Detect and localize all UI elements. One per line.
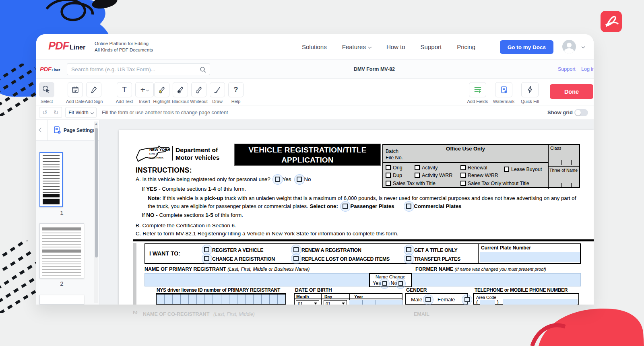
license-id-grid[interactable] [156,293,286,305]
thumbnail-preview [43,155,60,204]
highlight-brush-icon [158,86,166,94]
scroll-up-arrow[interactable]: ▲ [94,122,98,126]
office-checkbox-renew-wrr[interactable]: Renew W/RR [460,173,498,178]
change-registration-checkbox[interactable] [204,256,209,261]
current-plate-field[interactable] [480,252,580,262]
done-button[interactable]: Done [550,84,593,99]
search-input[interactable] [67,64,192,75]
instructions-heading: INSTRUCTIONS: [136,166,192,175]
help-tool[interactable]: ? Help [228,82,244,103]
logo-divider [172,146,173,161]
nav-solutions[interactable]: Solutions [302,43,327,50]
year-header: Year [354,294,363,299]
editor-toolbar: Select Add Date Add Sign T Add Text + In… [36,79,594,105]
add-date-tool[interactable]: Add Date [68,82,83,103]
class-label: Class [550,146,561,150]
office-checkbox-lease-buyout[interactable]: Lease Buyout [504,167,542,172]
insert-tool[interactable]: + Insert [135,82,154,103]
nav-support[interactable]: Support [421,43,442,50]
go-to-my-docs-button[interactable]: Go to my Docs [500,40,553,54]
tick-mark [571,160,572,165]
replace-items-checkbox[interactable] [293,256,299,261]
office-checkbox-activity-wrr[interactable]: Activity W/RR [415,173,452,178]
nav-pricing[interactable]: Pricing [457,43,475,50]
pdfliner-logo[interactable]: PDFLiner [48,40,85,52]
watermark-tool[interactable]: Watermark [495,82,512,103]
name-change-label: Name Change [370,274,411,279]
office-checkbox-sales-tax-title[interactable]: Sales Tax with Title [386,181,436,186]
replace-items-label: REPLACE LOST OR DAMAGED ITEMS [301,256,390,262]
toggle-knob [575,110,581,115]
office-checkbox-dup[interactable]: Dup [386,173,402,178]
tagline-line1: Online Platform for Editing [95,40,153,47]
pdfliner-mini-logo[interactable]: PDFLiner [40,66,60,73]
page-thumbnail-2[interactable] [39,223,84,278]
register-vehicle-checkbox[interactable] [204,247,209,252]
nav-features[interactable]: Features [342,43,371,50]
avatar-chevron-icon[interactable] [582,45,585,48]
page-thumbnail-3[interactable] [39,295,84,305]
avatar[interactable] [562,40,576,54]
transfer-plates-checkbox[interactable] [406,256,411,261]
transfer-plates-label: TRANSFER PLATES [414,256,460,262]
office-checkbox-sales-tax-only[interactable]: Sales Tax Only without Title [460,181,529,186]
male-checkbox[interactable] [425,297,431,302]
add-text-tool[interactable]: T Add Text [117,82,132,103]
office-use-only-title: Office Use Only [383,146,548,152]
support-link[interactable]: Support [558,66,576,72]
redo-button[interactable]: ↻ [50,107,62,118]
renew-registration-checkbox[interactable] [293,247,299,252]
whiteout-brush-icon [195,86,203,94]
zoom-level-dropdown[interactable]: Fit Width [65,107,97,118]
gender-label: GENDER [406,287,427,293]
office-use-only-box: Office Use Only Batch File No. Orig Acti… [382,144,580,188]
office-checkbox-renewal[interactable]: Renewal [460,165,487,171]
logo-liner-text: Liner [70,44,85,51]
select-tool[interactable]: Select [39,82,54,103]
phone-number-field[interactable] [503,299,578,305]
office-checkbox-orig[interactable]: Orig [386,165,402,171]
commercial-plates-checkbox[interactable] [406,204,411,209]
paintbrush-icon [213,86,221,94]
pdf-page: NEW YORK STATE OF OPPORTUNITY. Departmen… [119,130,594,305]
office-checkbox-activity[interactable]: Activity [415,165,438,171]
scrollbar-thumb[interactable] [95,128,98,257]
co-registrant-hint: (Last, First, Middle) [213,311,255,317]
show-grid-toggle[interactable] [574,109,588,116]
highlight-tool[interactable]: Highlight [154,82,169,103]
get-title-only-checkbox[interactable] [406,247,411,252]
blackout-tool[interactable]: Blackout [173,82,188,103]
female-checkbox[interactable] [464,297,470,302]
column-divider [321,294,322,305]
collapse-sidebar-icon[interactable] [39,128,43,132]
class-cell: Class [549,145,580,167]
document-bar: PDFLiner DMV Form MV-82 Support Log in [36,60,594,79]
nav-how-to[interactable]: How to [386,43,405,50]
passenger-plates-checkbox[interactable] [343,204,348,209]
dob-month-select[interactable]: 01 [296,300,319,305]
if-no-line: If NO - Complete sections 1-5 of this fo… [142,212,243,218]
login-link[interactable]: Log in [581,66,594,72]
show-grid-label: Show grid [547,109,573,115]
add-sign-tool[interactable]: Add Sign [86,82,101,103]
whiteout-tool[interactable]: Whiteout [191,82,206,103]
dob-year-field[interactable] [349,300,402,305]
name-change-yes-checkbox[interactable] [382,281,387,286]
registrant-name-field[interactable]: Name Change Yes No [144,273,581,286]
chevron-down-icon [90,111,93,114]
quick-fill-tool[interactable]: Quick Fill [521,82,539,103]
name-change-no-checkbox[interactable] [398,281,403,286]
no-checkbox[interactable] [297,177,302,182]
draw-tool[interactable]: Draw [210,82,225,103]
undo-button[interactable]: ↺ [39,107,51,118]
dob-day-select[interactable]: 01 [324,300,347,305]
add-fields-tool[interactable]: Add Fields [469,82,486,103]
area-code-field[interactable] [480,300,495,305]
page-thumbnail-1[interactable] [39,152,63,207]
page-settings-label[interactable]: Page Settings [64,128,95,133]
search-icon[interactable] [200,66,206,73]
yes-checkbox[interactable] [275,177,280,182]
sidebar-scrollbar[interactable]: ▲ [94,122,98,303]
if-yes-line: If YES - Complete sections 1-4 of this f… [142,186,246,192]
tick-mark [571,183,572,188]
